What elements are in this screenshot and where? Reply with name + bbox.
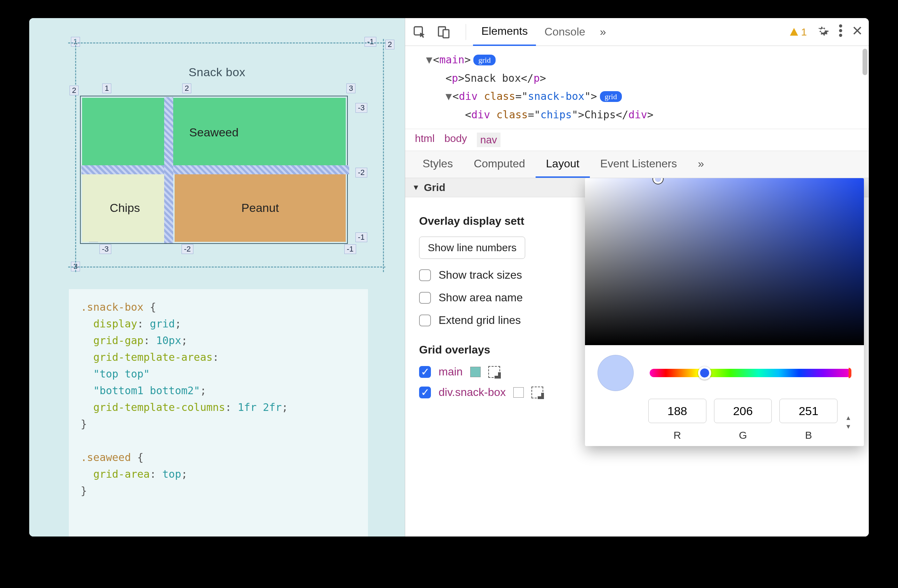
layout-pane: ▼ Grid Overlay display sett Show line nu… [405,178,869,537]
grid-line-label: -2 [181,244,194,254]
scrollbar-thumb[interactable] [863,49,867,75]
breadcrumb-item[interactable]: body [444,132,467,147]
overlay-highlight-icon[interactable] [488,366,500,378]
styles-subtabs: Styles Computed Layout Event Listeners » [405,151,869,178]
format-switcher[interactable]: ▲▼ [845,399,851,441]
checkbox-area-names[interactable] [419,292,431,304]
page-preview: 1 -1 2 3 Snack box 2 1 2 3 1 2 3 -3 -2 -… [29,18,405,537]
sv-handle[interactable] [653,178,663,184]
css-code-block: .snack-box { display: grid; grid-gap: 10… [69,289,368,537]
label-extend-lines: Extend grid lines [438,314,521,327]
checkbox-overlay-snackbox[interactable]: ✓ [419,386,431,399]
hue-slider[interactable] [650,369,851,377]
breadcrumb[interactable]: html body nav [405,129,869,151]
grid-line-label: 2 [69,86,78,95]
tab-event-listeners[interactable]: Event Listeners [590,151,687,178]
inspect-icon[interactable] [411,24,427,40]
overlay-label[interactable]: div.snack-box [438,386,506,399]
section-title: Grid [424,182,446,194]
svg-point-4 [839,29,843,32]
breadcrumb-item[interactable]: html [415,132,435,147]
dom-tree[interactable]: ▼<main>grid <p>Snack box</p> ▼<div class… [405,46,869,129]
color-preview-circle[interactable] [598,355,634,391]
overlay-color-swatch[interactable] [470,367,481,377]
gear-icon[interactable] [817,25,829,39]
b-label: B [780,429,838,441]
grid-line-label: -3 [100,244,111,254]
devtools-toolbar: Elements Console » 1 [405,18,869,46]
grid-line-label: -1 [364,37,376,47]
svg-point-5 [839,34,843,37]
sv-gradient[interactable] [585,178,864,345]
g-label: G [714,429,772,441]
tab-computed[interactable]: Computed [463,151,536,178]
caret-down-icon: ▼ [412,183,420,192]
b-input[interactable] [780,399,838,423]
close-icon[interactable] [852,25,863,38]
color-picker-popover: R G B ▲▼ [585,178,864,446]
overlay-color-swatch[interactable] [514,387,524,398]
svg-point-3 [839,25,843,28]
devtools-panel: Elements Console » 1 ▼<m [405,18,869,537]
grid-cell-seaweed: Seaweed [82,98,346,167]
checkbox-extend-lines[interactable] [419,314,431,326]
kebab-icon[interactable] [839,25,843,39]
warnings-count: 1 [801,26,807,38]
device-toggle-icon[interactable] [435,24,451,40]
warnings-badge[interactable]: 1 [789,26,807,38]
grid-line-label: 3 [346,83,355,93]
checkbox-track-sizes[interactable] [419,269,431,281]
grid-cell-chips: Chips [82,174,168,242]
preview-title: Snack box [45,65,389,79]
grid-line-label: 2 [385,40,394,49]
breadcrumb-item[interactable]: nav [477,132,500,147]
grid-cell-peanut: Peanut [175,174,346,242]
r-input[interactable] [648,399,706,423]
grid-line-label: 2 [182,83,191,93]
grid-line-label: 1 [102,83,111,93]
tab-styles[interactable]: Styles [412,151,463,178]
label-track-sizes: Show track sizes [438,269,522,282]
tab-layout[interactable]: Layout [536,151,590,178]
line-numbers-dropdown[interactable]: Show line numbers [419,237,525,259]
r-label: R [648,429,706,441]
tabs-overflow[interactable]: » [594,25,612,38]
checkbox-overlay-main[interactable]: ✓ [419,366,431,378]
svg-rect-2 [443,29,449,38]
tab-elements[interactable]: Elements [473,18,536,46]
hue-handle[interactable] [698,366,711,380]
g-input[interactable] [714,399,772,423]
grid-line-label: -1 [344,244,356,254]
subtabs-overflow[interactable]: » [687,151,714,178]
label-area-names: Show area name [438,291,523,304]
tab-console[interactable]: Console [536,18,594,45]
overlay-highlight-icon[interactable] [531,386,543,399]
overlay-label[interactable]: main [438,365,463,378]
